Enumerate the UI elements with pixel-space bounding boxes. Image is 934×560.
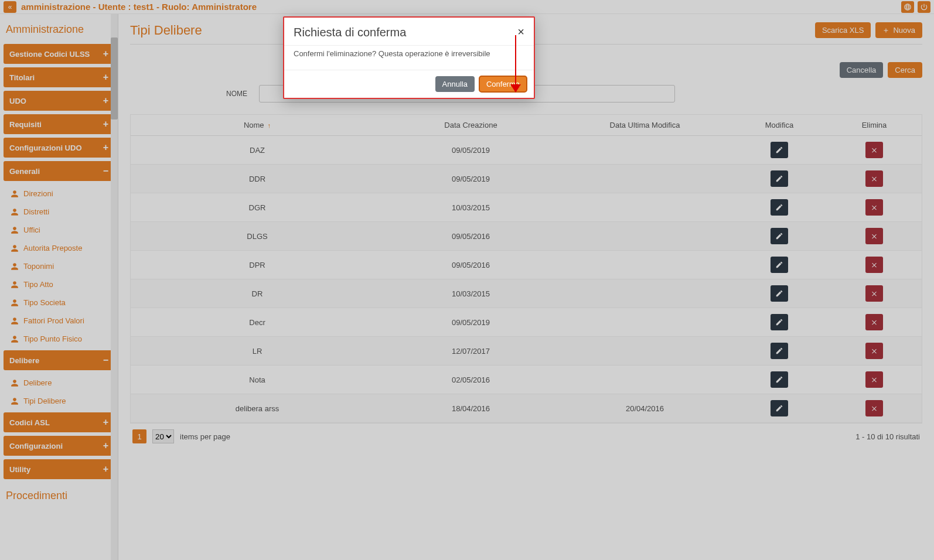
table-row: DDR09/05/2019 [131,165,922,193]
table-row: DPR09/05/2016 [131,251,922,279]
user-icon [11,379,19,387]
table-row: DAZ09/05/2019 [131,136,922,165]
edit-button[interactable] [771,343,788,359]
nav-sub-item[interactable]: Tipo Societa [5,293,114,312]
delete-button[interactable] [865,228,883,244]
nav-sub-item[interactable]: Fattori Prod Valori [5,312,114,330]
user-icon [11,317,19,325]
edit-button[interactable] [771,257,788,273]
nav-item-9[interactable]: Utility+ [4,459,114,479]
delete-button[interactable] [865,199,883,216]
clear-search-button[interactable]: Cancella [840,62,884,78]
delete-button[interactable] [865,257,883,273]
table-row: LR12/07/2017 [131,337,922,366]
nav-item-8[interactable]: Configurazioni+ [4,436,114,456]
nav-item-0[interactable]: Gestione Codici ULSS+ [4,44,114,64]
search-button[interactable]: Cerca [888,62,922,78]
cell-nome: DR [131,279,384,308]
nav-sub-item[interactable]: Distretti [5,203,114,221]
nav-sub-item[interactable]: Direzioni [5,185,114,203]
page-number[interactable]: 1 [132,429,146,443]
delete-button[interactable] [865,314,883,330]
modal-body: Confermi l'eliminazione? Questa operazio… [284,45,534,70]
modal-cancel-button[interactable]: Annulla [435,76,475,92]
power-icon[interactable] [918,1,930,13]
edit-button[interactable] [771,371,788,388]
cell-modified [558,165,732,193]
edit-button[interactable] [771,199,788,216]
edit-button[interactable] [771,170,788,187]
edit-button[interactable] [771,285,788,302]
user-icon [11,299,19,307]
nav-sub-item[interactable]: Tipo Atto [5,275,114,293]
nav-item-3[interactable]: Requisiti+ [4,114,114,134]
table-row: DLGS09/05/2016 [131,222,922,251]
nav-item-2[interactable]: UDO+ [4,91,114,111]
cell-created: 09/05/2019 [384,136,558,165]
new-button[interactable]: Nuova [875,22,922,38]
cell-created: 09/05/2019 [384,165,558,193]
per-page-select[interactable]: 20 [152,429,174,443]
confirm-modal: Richiesta di conferma × Confermi l'elimi… [283,16,535,99]
cell-created: 10/03/2015 [384,279,558,308]
sidebar-subheading: Procedimenti [4,483,114,507]
cell-created: 12/07/2017 [384,337,558,366]
nav-item-6[interactable]: Delibere− [4,350,114,370]
cell-created: 02/05/2016 [384,366,558,394]
cell-created: 09/05/2019 [384,308,558,337]
edit-button[interactable] [771,228,788,244]
col-modified[interactable]: Data Ultima Modifica [558,115,732,136]
cell-modified [558,222,732,251]
cell-nome: Decr [131,308,384,337]
nav-sub-item[interactable]: Uffici [5,221,114,239]
results-count: 1 - 10 di 10 risultati [855,432,920,441]
cell-modified [558,366,732,394]
edit-button[interactable] [771,400,788,416]
cell-nome: DAZ [131,136,384,165]
nav-sub-item[interactable]: Delibere [5,374,114,392]
nav-item-1[interactable]: Titolari+ [4,67,114,87]
col-created[interactable]: Data Creazione [384,115,558,136]
cell-created: 09/05/2016 [384,251,558,279]
nav-sub-item[interactable]: Toponimi [5,257,114,275]
delete-button[interactable] [865,400,883,416]
globe-icon[interactable] [901,1,914,13]
cell-created: 09/05/2016 [384,222,558,251]
col-del: Elimina [827,115,922,136]
modal-close-button[interactable]: × [517,26,524,37]
delete-button[interactable] [865,285,883,302]
edit-button[interactable] [771,142,788,158]
cell-nome: DPR [131,251,384,279]
modal-title: Richiesta di conferma [294,26,406,39]
nav-item-7[interactable]: Codici ASL+ [4,412,114,432]
delete-button[interactable] [865,371,883,388]
delete-button[interactable] [865,142,883,158]
content-title: Tipi Delibere [130,23,202,38]
top-bar: « amministrazione - Utente : test1 - Ruo… [0,0,934,14]
cell-modified: 20/04/2016 [558,394,732,423]
nav-sub-item[interactable]: Tipi Delibere [5,392,114,410]
nav-sub-item[interactable]: Tipo Punto Fisico [5,330,114,348]
cell-modified [558,193,732,222]
collapse-sidebar-button[interactable]: « [4,1,16,13]
nav-item-4[interactable]: Configurazioni UDO+ [4,138,114,158]
cell-modified [558,279,732,308]
cell-nome: delibera arss [131,394,384,423]
edit-button[interactable] [771,314,788,330]
nav-item-5[interactable]: Generali− [4,161,114,181]
nav-sub-item[interactable]: Autorita Preposte [5,239,114,257]
modal-confirm-button[interactable]: Conferma [479,76,527,92]
user-icon [11,190,19,198]
col-nome[interactable]: Nome↑ [131,115,384,136]
per-page-label: items per page [180,432,230,441]
cell-nome: DDR [131,165,384,193]
table-row: Decr09/05/2019 [131,308,922,337]
cell-nome: DLGS [131,222,384,251]
search-label: NOME [212,90,247,98]
sidebar-scrollbar[interactable] [111,14,118,560]
pager: 1 20 items per page 1 - 10 di 10 risulta… [130,424,922,449]
download-xls-button[interactable]: Scarica XLS [815,22,871,38]
delete-button[interactable] [865,343,883,359]
user-icon [11,281,19,289]
delete-button[interactable] [865,170,883,187]
